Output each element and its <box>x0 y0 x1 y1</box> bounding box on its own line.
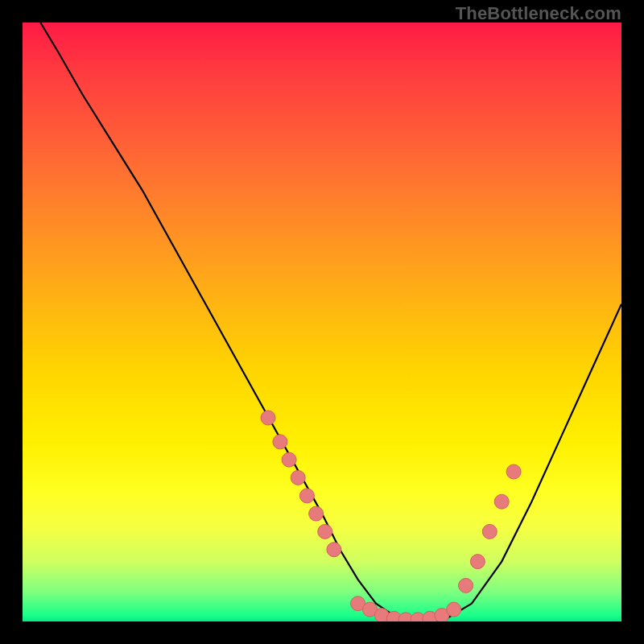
marker-cluster-right <box>459 464 522 592</box>
data-marker <box>282 452 296 467</box>
data-marker <box>447 602 461 617</box>
attribution-text: TheBottleneck.com <box>456 3 621 24</box>
data-marker <box>299 489 314 503</box>
data-marker <box>459 578 473 592</box>
data-marker <box>273 435 287 449</box>
data-marker <box>482 524 497 539</box>
data-marker <box>309 506 324 521</box>
data-marker <box>506 464 521 479</box>
marker-cluster-valley <box>351 597 461 621</box>
marker-cluster-left <box>261 411 341 557</box>
data-marker <box>291 470 305 485</box>
chart-svg <box>23 23 621 621</box>
data-marker <box>470 555 485 569</box>
data-marker <box>327 543 341 557</box>
data-marker <box>494 494 509 509</box>
data-marker <box>318 524 332 539</box>
data-marker <box>261 411 275 425</box>
plot-area <box>23 23 621 621</box>
